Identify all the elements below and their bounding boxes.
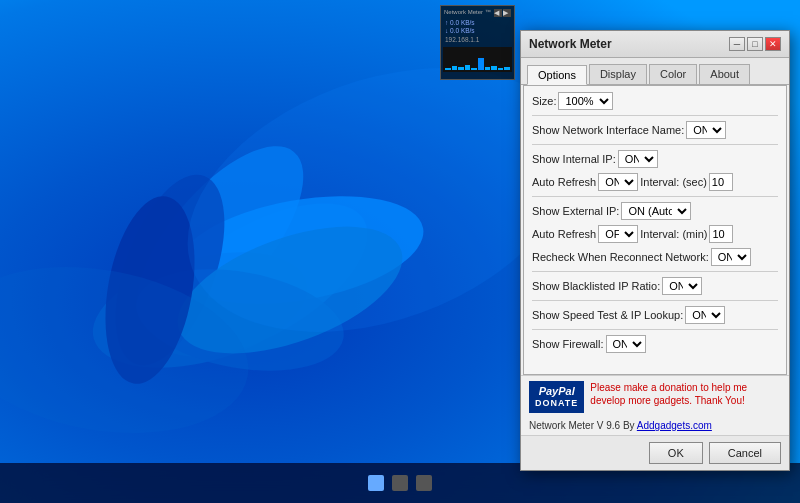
mini-widget-data: ↑ 0.0 KB/s ↓ 0.0 KB/s 192.168.1.1	[443, 18, 512, 45]
divider-6	[532, 329, 778, 330]
auto-refresh-external-row: Auto Refresh OFF ON Interval: (min)	[532, 225, 778, 243]
dialog-title: Network Meter	[529, 37, 612, 51]
firewall-select[interactable]: ON OFF	[606, 335, 646, 353]
firewall-row: Show Firewall: ON OFF	[532, 335, 778, 353]
show-internal-row: Show Internal IP: ON OFF	[532, 150, 778, 168]
size-label: Size:	[532, 95, 556, 107]
auto-refresh-label: Auto Refresh	[532, 176, 596, 188]
divider-3	[532, 196, 778, 197]
show-internal-select[interactable]: ON OFF	[618, 150, 658, 168]
divider-5	[532, 300, 778, 301]
mini-row-ip: 192.168.1.1	[445, 36, 510, 44]
bar-9	[498, 68, 504, 70]
addgadgets-link[interactable]: Addgadgets.com	[637, 420, 712, 431]
close-button[interactable]: ✕	[765, 37, 781, 51]
interval2-label: Interval: (min)	[640, 228, 707, 240]
paypal-footer: PayPal DONATE Please make a donation to …	[521, 375, 789, 418]
mini-ip-label: 192.168.1.1	[445, 36, 479, 44]
show-iface-row: Show Network Interface Name: ON OFF	[532, 121, 778, 139]
show-iface-label: Show Network Interface Name:	[532, 124, 684, 136]
network-meter-dialog: Network Meter ─ □ ✕ Options Display Colo…	[520, 30, 790, 471]
recheck-row: Recheck When Reconnect Network: ON OFF	[532, 248, 778, 266]
mini-widget-nav: Network Meter ™ ◀ ▶	[443, 8, 512, 18]
maximize-button[interactable]: □	[747, 37, 763, 51]
dialog-buttons: OK Cancel	[521, 435, 789, 470]
minimize-button[interactable]: ─	[729, 37, 745, 51]
mini-network-widget: Network Meter ™ ◀ ▶ ↑ 0.0 KB/s ↓ 0.0 KB/…	[440, 5, 515, 80]
speedtest-label: Show Speed Test & IP Lookup:	[532, 309, 683, 321]
speedtest-row: Show Speed Test & IP Lookup: ON OFF	[532, 306, 778, 324]
bar-6	[478, 58, 484, 71]
tab-display[interactable]: Display	[589, 64, 647, 84]
mini-widget-title: Network Meter ™	[444, 9, 493, 17]
auto-refresh2-select[interactable]: OFF ON	[598, 225, 638, 243]
recheck-select[interactable]: ON OFF	[711, 248, 751, 266]
interval-label: Interval: (sec)	[640, 176, 707, 188]
tab-about[interactable]: About	[699, 64, 750, 84]
version-label: Network Meter V 9.6 By	[529, 420, 635, 431]
options-tab-content: Size: 100% 50% 75% 125% 150% Show Networ…	[523, 85, 787, 375]
blacklist-row: Show Blacklisted IP Ratio: ON OFF	[532, 277, 778, 295]
taskbar-search[interactable]	[392, 475, 408, 491]
paypal-brand: PayPal	[535, 384, 578, 398]
show-external-select[interactable]: ON (Auto) ON (Manual) OFF	[621, 202, 691, 220]
bar-1	[445, 68, 451, 70]
dialog-titlebar: Network Meter ─ □ ✕	[521, 31, 789, 58]
blacklist-label: Show Blacklisted IP Ratio:	[532, 280, 660, 292]
speedtest-select[interactable]: ON OFF	[685, 306, 725, 324]
show-external-row: Show External IP: ON (Auto) ON (Manual) …	[532, 202, 778, 220]
auto-refresh-select[interactable]: ON OFF	[598, 173, 638, 191]
paypal-donate-button[interactable]: PayPal DONATE	[529, 381, 584, 413]
cancel-button[interactable]: Cancel	[709, 442, 781, 464]
donate-label: DONATE	[535, 398, 578, 410]
taskbar-icons	[368, 475, 432, 491]
bar-8	[491, 66, 497, 70]
interval2-input[interactable]	[709, 225, 733, 243]
donation-message: Please make a donation to help me develo…	[590, 381, 781, 407]
auto-refresh2-label: Auto Refresh	[532, 228, 596, 240]
auto-refresh-internal-row: Auto Refresh ON OFF Interval: (sec)	[532, 173, 778, 191]
mini-next-btn[interactable]: ▶	[503, 9, 511, 17]
tab-color[interactable]: Color	[649, 64, 697, 84]
ok-button[interactable]: OK	[649, 442, 703, 464]
interval-input[interactable]	[709, 173, 733, 191]
divider-4	[532, 271, 778, 272]
bar-10	[504, 67, 510, 70]
blacklist-select[interactable]: ON OFF	[662, 277, 702, 295]
mini-download-label: ↓ 0.0 KB/s	[445, 27, 475, 35]
mini-graph	[443, 47, 512, 72]
bar-2	[452, 66, 458, 70]
dialog-controls: ─ □ ✕	[729, 37, 781, 51]
bar-7	[485, 67, 491, 70]
show-iface-select[interactable]: ON OFF	[686, 121, 726, 139]
tab-options[interactable]: Options	[527, 65, 587, 85]
divider-1	[532, 115, 778, 116]
size-select[interactable]: 100% 50% 75% 125% 150%	[558, 92, 613, 110]
show-external-label: Show External IP:	[532, 205, 619, 217]
start-button[interactable]	[368, 475, 384, 491]
mini-row-upload: ↑ 0.0 KB/s	[445, 19, 510, 27]
bar-5	[471, 68, 477, 70]
show-internal-label: Show Internal IP:	[532, 153, 616, 165]
mini-row-download: ↓ 0.0 KB/s	[445, 27, 510, 35]
size-row: Size: 100% 50% 75% 125% 150%	[532, 92, 778, 110]
divider-2	[532, 144, 778, 145]
bar-4	[465, 65, 471, 70]
tab-bar: Options Display Color About	[521, 58, 789, 85]
taskbar-widgets[interactable]	[416, 475, 432, 491]
version-info: Network Meter V 9.6 By Addgadgets.com	[521, 418, 789, 435]
recheck-label: Recheck When Reconnect Network:	[532, 251, 709, 263]
firewall-label: Show Firewall:	[532, 338, 604, 350]
mini-prev-btn[interactable]: ◀	[494, 9, 502, 17]
bar-3	[458, 67, 464, 70]
mini-upload-label: ↑ 0.0 KB/s	[445, 19, 475, 27]
